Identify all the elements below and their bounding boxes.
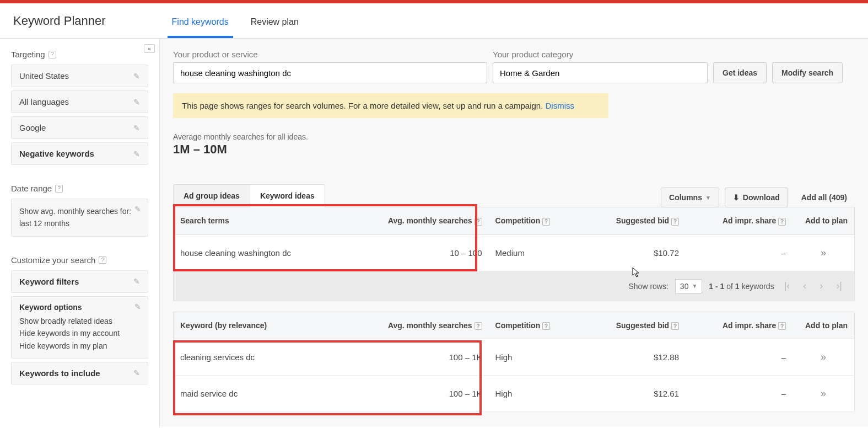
- pagination: Show rows: 30▼ 1 - 1 of 1 keywords |‹ ‹ …: [173, 271, 855, 301]
- date-range-box[interactable]: ✎ Show avg. monthly searches for: last 1…: [11, 199, 148, 237]
- page-range: 1 - 1 of 1 keywords: [709, 282, 774, 291]
- date-range-label: Date range ?: [11, 184, 148, 193]
- mouse-cursor-icon: [632, 267, 640, 278]
- show-rows-label: Show rows:: [629, 282, 668, 291]
- table-row: house cleaning washington dc 10 – 100 Me…: [174, 234, 855, 271]
- col-suggested-bid: Suggested bid ?: [584, 312, 686, 339]
- first-page-icon[interactable]: |‹: [781, 280, 794, 292]
- targeting-language[interactable]: All languages ✎: [11, 90, 148, 113]
- pencil-icon: ✎: [133, 149, 140, 158]
- last-page-icon[interactable]: ›|: [833, 280, 845, 292]
- help-icon[interactable]: ?: [99, 256, 106, 264]
- col-competition: Competition ?: [489, 312, 585, 339]
- search-terms-table: Search terms Avg. monthly searches ? Com…: [173, 207, 855, 271]
- summary-label: Average monthly searches for all ideas.: [173, 132, 855, 141]
- help-icon[interactable]: ?: [48, 51, 56, 58]
- product-input[interactable]: [173, 62, 487, 83]
- pencil-icon: ✎: [133, 277, 140, 286]
- col-ad-impr: Ad impr. share ?: [686, 312, 792, 339]
- keyword-ideas-table: Keyword (by relevance) Avg. monthly sear…: [173, 312, 855, 413]
- chevron-down-icon: ▼: [705, 195, 711, 201]
- pencil-icon: ✎: [134, 205, 141, 213]
- header-tabs: Find keywords Review plan: [172, 3, 299, 38]
- help-icon[interactable]: ?: [475, 322, 482, 330]
- add-to-plan-icon[interactable]: »: [821, 351, 826, 362]
- help-icon[interactable]: ?: [475, 218, 482, 226]
- tab-review-plan[interactable]: Review plan: [251, 17, 299, 38]
- col-keyword: Keyword (by relevance): [174, 312, 376, 339]
- columns-button[interactable]: Columns▼: [661, 188, 719, 207]
- prev-page-icon[interactable]: ‹: [800, 280, 810, 292]
- pencil-icon: ✎: [133, 98, 140, 106]
- table-row: cleaning services dc 100 – 1K High $12.8…: [174, 339, 855, 376]
- get-ideas-button[interactable]: Get ideas: [713, 62, 767, 83]
- customize-label: Customize your search ?: [11, 255, 148, 265]
- app-title: Keyword Planner: [13, 14, 106, 38]
- dismiss-link[interactable]: Dismiss: [546, 101, 575, 110]
- header: Keyword Planner Find keywords Review pla…: [0, 3, 868, 39]
- tab-find-keywords[interactable]: Find keywords: [172, 17, 229, 38]
- col-add-plan: Add to plan: [792, 312, 854, 339]
- col-add-plan: Add to plan: [792, 207, 854, 235]
- targeting-negative-keywords[interactable]: Negative keywords ✎: [11, 142, 148, 165]
- targeting-network[interactable]: Google ✎: [11, 116, 148, 139]
- download-button[interactable]: ⬇Download: [725, 188, 788, 207]
- table-row: maid service dc 100 – 1K High $12.61 – »: [174, 376, 855, 412]
- col-ad-impr: Ad impr. share ?: [686, 207, 792, 235]
- pencil-icon: ✎: [133, 72, 140, 81]
- keywords-to-include-box[interactable]: Keywords to include ✎: [11, 362, 148, 384]
- col-avg-searches: Avg. monthly searches ?: [376, 207, 488, 235]
- help-icon[interactable]: ?: [671, 322, 679, 330]
- add-all-button[interactable]: Add all (409): [794, 188, 855, 207]
- download-icon: ⬇: [733, 193, 740, 202]
- help-icon[interactable]: ?: [55, 185, 63, 193]
- sidebar: « Targeting ? United States ✎ All langua…: [0, 39, 160, 426]
- help-icon[interactable]: ?: [542, 322, 550, 330]
- help-icon[interactable]: ?: [778, 322, 786, 330]
- tab-keyword-ideas[interactable]: Keyword ideas: [250, 184, 325, 207]
- targeting-location[interactable]: United States ✎: [11, 65, 148, 87]
- col-competition: Competition ?: [489, 207, 585, 235]
- product-label: Your product or service: [173, 50, 487, 59]
- help-icon[interactable]: ?: [778, 218, 786, 226]
- targeting-label: Targeting ?: [11, 50, 148, 59]
- next-page-icon[interactable]: ›: [816, 280, 826, 292]
- keyword-filters-box[interactable]: Keyword filters ✎: [11, 270, 148, 293]
- col-avg-searches: Avg. monthly searches ?: [376, 312, 488, 339]
- add-to-plan-icon[interactable]: »: [821, 247, 826, 258]
- pencil-icon: ✎: [134, 302, 141, 311]
- notice-banner: This page shows ranges for search volume…: [173, 93, 608, 118]
- help-icon[interactable]: ?: [542, 218, 550, 226]
- pencil-icon: ✎: [133, 124, 140, 132]
- help-icon[interactable]: ?: [671, 218, 679, 226]
- col-suggested-bid: Suggested bid ?: [584, 207, 686, 235]
- modify-search-button[interactable]: Modify search: [772, 62, 843, 83]
- col-search-terms: Search terms: [174, 207, 376, 235]
- summary-value: 1M – 10M: [173, 142, 855, 157]
- main-content: Your product or service Your product cat…: [160, 39, 868, 426]
- category-label: Your product category: [493, 50, 708, 59]
- chevron-down-icon: ▼: [692, 283, 697, 289]
- collapse-sidebar-button[interactable]: «: [144, 44, 155, 53]
- rows-select[interactable]: 30▼: [675, 279, 702, 293]
- tab-ad-group-ideas[interactable]: Ad group ideas: [173, 184, 250, 207]
- pencil-icon: ✎: [133, 368, 140, 377]
- add-to-plan-icon[interactable]: »: [821, 388, 826, 399]
- keyword-options-box[interactable]: ✎ Keyword options Show broadly related i…: [11, 296, 148, 359]
- category-input[interactable]: [493, 62, 708, 83]
